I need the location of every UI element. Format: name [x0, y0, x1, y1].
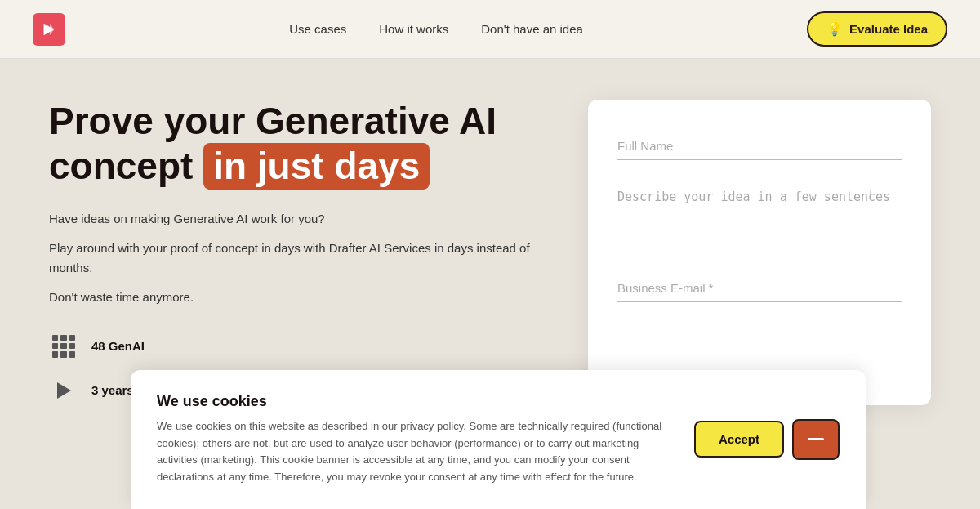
idea-field: ⌟ [617, 183, 902, 252]
form-panel: ⌟ [588, 100, 931, 405]
logo[interactable] [33, 13, 65, 46]
resize-handle-icon: ⌟ [866, 183, 872, 196]
nav-links: Use cases How it works Don't have an ide… [289, 22, 583, 36]
decline-cookies-button[interactable] [792, 419, 840, 460]
nav-no-idea[interactable]: Don't have an idea [481, 22, 583, 36]
full-name-field [617, 132, 902, 160]
hero-desc-2: Play around with your proof of concept i… [49, 239, 539, 278]
email-input[interactable] [617, 275, 902, 302]
evaluate-idea-button[interactable]: 💡 Evaluate Idea [807, 11, 947, 47]
hero-desc-1: Have ideas on making Generative AI work … [49, 209, 539, 229]
logo-icon [33, 13, 65, 46]
cookie-banner: We use cookies We use cookies on this we… [131, 370, 866, 509]
email-field [617, 275, 902, 302]
hero-section: Prove your Generative AI concept in just… [49, 100, 539, 405]
hero-desc-3: Don't waste time anymore. [49, 288, 539, 307]
nav-use-cases[interactable]: Use cases [289, 22, 346, 36]
hero-title-line2: concept [49, 145, 203, 187]
cookie-text: We use cookies We use cookies on this we… [157, 393, 675, 486]
hero-title-line1: Prove your Generative AI [49, 100, 497, 142]
hero-title: Prove your Generative AI concept in just… [49, 100, 539, 190]
evaluate-idea-label: Evaluate Idea [849, 22, 928, 36]
cookie-description: We use cookies on this website as descri… [157, 418, 675, 486]
navbar: Use cases How it works Don't have an ide… [0, 0, 980, 59]
hero-title-highlight: in just days [203, 143, 430, 190]
bulb-icon: 💡 [826, 21, 843, 37]
grid-icon [49, 332, 78, 361]
stat-item-1: 48 GenAI [49, 332, 539, 361]
full-name-input[interactable] [617, 132, 902, 160]
play-icon [49, 376, 78, 405]
stat-text-1: 48 GenAI [91, 339, 145, 353]
nav-how-it-works[interactable]: How it works [379, 22, 448, 36]
cookie-buttons: Accept [694, 393, 840, 486]
idea-textarea[interactable] [617, 183, 902, 248]
logo-svg [40, 20, 58, 38]
cookie-title: We use cookies [157, 393, 675, 410]
accept-cookies-button[interactable]: Accept [694, 421, 784, 458]
